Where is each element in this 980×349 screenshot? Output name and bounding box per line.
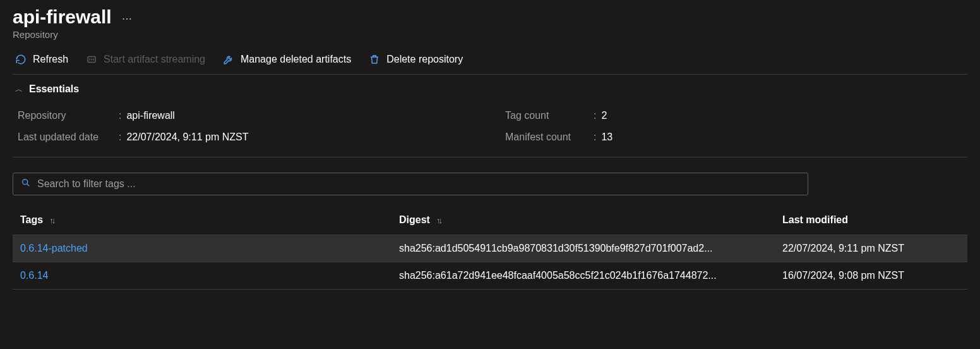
trash-icon — [369, 54, 380, 65]
delete-repo-label: Delete repository — [386, 54, 463, 65]
last-modified-value: 16/07/2024, 9:08 pm NZST — [782, 270, 960, 281]
sort-icon: ↑↓ — [436, 216, 441, 225]
repository-value: api-firewall — [126, 110, 174, 121]
column-last-modified[interactable]: Last modified — [782, 214, 960, 226]
page-title: api-firewall — [13, 6, 112, 28]
sort-icon: ↑↓ — [49, 216, 54, 225]
more-icon[interactable]: ⋯ — [122, 13, 133, 25]
essentials-toggle[interactable]: ︿ Essentials — [13, 75, 967, 101]
digest-value: sha256:a61a72d941ee48fcaaf4005a58cc5f21c… — [399, 270, 782, 281]
table-header: Tags ↑↓ Digest ↑↓ Last modified — [13, 205, 967, 235]
search-icon — [21, 178, 31, 190]
last-modified-value: 22/07/2024, 9:11 pm NZST — [782, 243, 960, 254]
page-subtitle: Repository — [13, 29, 967, 40]
refresh-button[interactable]: Refresh — [15, 54, 68, 65]
table-row[interactable]: 0.6.14 sha256:a61a72d941ee48fcaaf4005a58… — [13, 262, 967, 290]
repository-label: Repository — [18, 110, 119, 121]
column-digest[interactable]: Digest ↑↓ — [399, 214, 782, 226]
start-streaming-button: Start artifact streaming — [86, 54, 205, 65]
delete-repo-button[interactable]: Delete repository — [369, 54, 463, 65]
refresh-icon — [15, 54, 27, 65]
tag-count-value: 2 — [601, 110, 607, 121]
wrench-icon — [223, 54, 234, 65]
essentials-heading: Essentials — [29, 83, 79, 95]
essentials-section: Repository : api-firewall Tag count : 2 … — [13, 101, 967, 157]
streaming-icon — [86, 54, 97, 65]
tag-link[interactable]: 0.6.14-patched — [20, 243, 399, 254]
svg-point-1 — [23, 180, 28, 185]
tags-table: Tags ↑↓ Digest ↑↓ Last modified 0.6.14-p… — [13, 205, 967, 290]
manage-deleted-label: Manage deleted artifacts — [241, 54, 351, 65]
digest-value: sha256:ad1d5054911cb9a9870831d30f51390bf… — [399, 243, 782, 254]
search-box[interactable] — [13, 173, 808, 195]
manifest-count-label: Manifest count — [505, 132, 594, 143]
search-input[interactable] — [37, 178, 800, 190]
toolbar: Refresh Start artifact streaming Manage … — [13, 45, 967, 75]
manifest-count-value: 13 — [601, 132, 612, 143]
chevron-up-icon: ︿ — [15, 84, 23, 95]
last-updated-value: 22/07/2024, 9:11 pm NZST — [126, 132, 248, 143]
tag-link[interactable]: 0.6.14 — [20, 270, 399, 281]
column-tags[interactable]: Tags ↑↓ — [20, 214, 399, 226]
refresh-label: Refresh — [33, 54, 68, 65]
page-header: api-firewall ⋯ Repository — [13, 0, 967, 45]
start-streaming-label: Start artifact streaming — [104, 54, 205, 65]
table-row[interactable]: 0.6.14-patched sha256:ad1d5054911cb9a987… — [13, 235, 967, 262]
last-updated-label: Last updated date — [18, 132, 119, 143]
tag-count-label: Tag count — [505, 110, 594, 121]
manage-deleted-button[interactable]: Manage deleted artifacts — [223, 54, 351, 65]
